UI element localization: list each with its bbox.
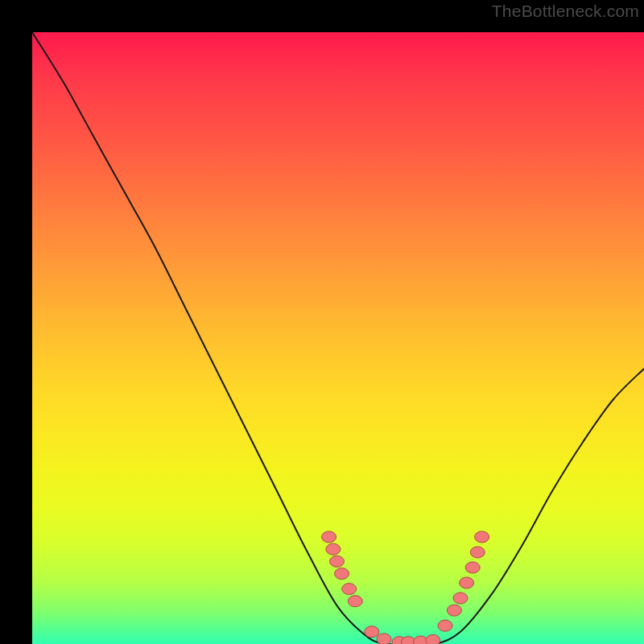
data-marker — [342, 584, 357, 595]
data-marker — [426, 634, 440, 644]
plot-area — [32, 32, 644, 644]
data-marker — [377, 634, 391, 644]
chart-frame — [16, 16, 628, 628]
data-marker — [453, 592, 468, 604]
data-marker — [465, 562, 480, 573]
data-marker — [438, 620, 452, 631]
watermark-text: TheBottleneck.com — [492, 2, 639, 21]
data-marker — [475, 531, 489, 543]
data-marker — [470, 547, 485, 558]
data-marker — [460, 577, 474, 588]
data-marker — [326, 543, 341, 555]
data-marker — [348, 596, 362, 607]
data-marker — [447, 605, 461, 616]
data-marker — [322, 531, 336, 543]
data-marker — [330, 555, 345, 567]
chart-svg — [32, 32, 644, 644]
marker-group — [322, 531, 489, 644]
data-marker — [335, 568, 349, 580]
data-marker — [365, 626, 379, 638]
